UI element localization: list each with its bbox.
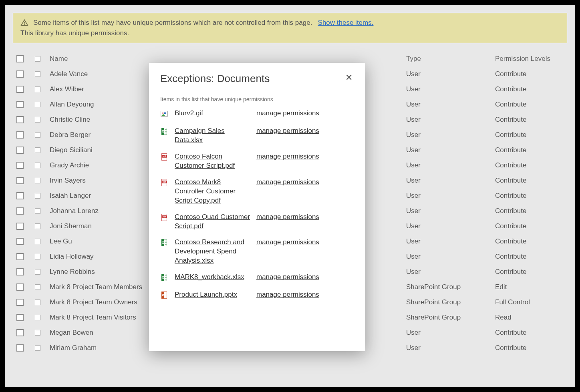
exceptions-modal: Exceptions: Documents ✕ Items in this li… <box>149 63 365 351</box>
row-perm: Contribute <box>495 101 567 109</box>
row-type: User <box>406 116 490 124</box>
row-sub-checkbox[interactable] <box>35 330 40 336</box>
manage-permissions-link[interactable]: manage permissions <box>256 152 319 161</box>
row-checkbox[interactable] <box>16 86 24 93</box>
row-sub-checkbox[interactable] <box>35 345 40 351</box>
row-sub-checkbox[interactable] <box>35 132 40 138</box>
row-sub-checkbox[interactable] <box>35 71 40 77</box>
row-sub-checkbox[interactable] <box>35 102 40 107</box>
manage-permissions-link[interactable]: manage permissions <box>256 213 319 222</box>
svg-text:pdf: pdf <box>163 215 166 218</box>
row-sub-checkbox[interactable] <box>35 117 40 123</box>
row-sub-checkbox[interactable] <box>35 254 40 259</box>
row-type: User <box>406 253 490 261</box>
row-checkbox[interactable] <box>16 329 24 336</box>
row-sub-checkbox[interactable] <box>35 300 40 305</box>
manage-permissions-link[interactable]: manage permissions <box>256 178 319 187</box>
svg-text:X: X <box>162 241 164 245</box>
exception-file-link[interactable]: Contoso Research and Development Spend A… <box>175 238 251 265</box>
row-type: User <box>406 101 490 109</box>
exception-file-link[interactable]: MARK8_workback.xlsx <box>175 273 251 282</box>
row-checkbox[interactable] <box>16 223 24 230</box>
image-file-icon <box>160 109 169 119</box>
row-checkbox[interactable] <box>16 238 24 245</box>
header-perm[interactable]: Permission Levels <box>495 55 567 63</box>
row-perm: Contribute <box>495 268 567 276</box>
svg-text:X: X <box>162 129 164 133</box>
row-perm: Contribute <box>495 222 567 230</box>
row-sub-checkbox[interactable] <box>35 223 40 229</box>
row-checkbox[interactable] <box>16 147 24 154</box>
manage-permissions-link[interactable]: manage permissions <box>256 109 319 118</box>
row-checkbox[interactable] <box>16 70 24 78</box>
svg-text:pdf: pdf <box>163 181 166 183</box>
notice-subtext: This library has unique permissions. <box>20 29 560 37</box>
row-checkbox[interactable] <box>16 344 24 352</box>
row-perm: Contribute <box>495 177 567 185</box>
exception-file-link[interactable]: Contoso Falcon Customer Script.pdf <box>175 152 251 171</box>
row-sub-checkbox[interactable] <box>35 239 40 244</box>
exception-item: PProduct Launch.pptxmanage permissions <box>160 290 354 301</box>
svg-text:X: X <box>162 276 164 280</box>
row-checkbox[interactable] <box>16 131 24 139</box>
exception-file-link[interactable]: Contoso Quad Customer Script.pdf <box>175 213 251 231</box>
row-type: SharePoint Group <box>406 314 490 322</box>
row-sub-checkbox[interactable] <box>35 193 40 199</box>
header-name[interactable]: Name <box>48 55 401 63</box>
exception-item: XContoso Research and Development Spend … <box>160 238 354 265</box>
row-sub-checkbox[interactable] <box>35 269 40 275</box>
row-perm: Contribute <box>495 161 567 169</box>
row-perm: Read <box>495 314 567 322</box>
header-sub-checkbox[interactable] <box>35 56 40 62</box>
row-sub-checkbox[interactable] <box>35 147 40 153</box>
manage-permissions-link[interactable]: manage permissions <box>256 127 319 136</box>
pptx-file-icon: P <box>160 290 169 301</box>
select-all-checkbox[interactable] <box>16 55 24 62</box>
row-perm: Contribute <box>495 237 567 245</box>
exception-item: pdfContoso Quad Customer Script.pdfmanag… <box>160 213 354 231</box>
close-icon[interactable]: ✕ <box>344 72 354 83</box>
row-checkbox[interactable] <box>16 177 24 184</box>
row-sub-checkbox[interactable] <box>35 86 40 92</box>
row-checkbox[interactable] <box>16 299 24 306</box>
exception-item: Blurv2.gifmanage permissions <box>160 109 354 119</box>
row-checkbox[interactable] <box>16 116 24 123</box>
row-sub-checkbox[interactable] <box>35 163 40 168</box>
svg-rect-4 <box>164 113 166 114</box>
exception-file-link[interactable]: Contoso Mark8 Controller Customer Script… <box>175 178 251 205</box>
row-checkbox[interactable] <box>16 162 24 169</box>
permissions-notice: Some items of this list may have unique … <box>13 13 567 43</box>
row-checkbox[interactable] <box>16 253 24 260</box>
exception-item: XMARK8_workback.xlsxmanage permissions <box>160 273 354 283</box>
row-sub-checkbox[interactable] <box>35 208 40 214</box>
row-checkbox[interactable] <box>16 192 24 199</box>
notice-text: Some items of this list may have unique … <box>33 19 312 26</box>
pdf-file-icon: pdf <box>160 152 169 163</box>
exception-file-link[interactable]: Campaign Sales Data.xlsx <box>175 127 251 145</box>
row-checkbox[interactable] <box>16 101 24 108</box>
row-sub-checkbox[interactable] <box>35 315 40 320</box>
header-type[interactable]: Type <box>406 55 490 63</box>
row-checkbox[interactable] <box>16 314 24 321</box>
row-type: User <box>406 85 490 93</box>
row-perm: Contribute <box>495 192 567 200</box>
svg-point-1 <box>24 24 25 25</box>
row-checkbox[interactable] <box>16 268 24 275</box>
row-checkbox[interactable] <box>16 207 24 215</box>
svg-text:pdf: pdf <box>163 155 166 157</box>
manage-permissions-link[interactable]: manage permissions <box>256 273 319 282</box>
row-type: SharePoint Group <box>406 298 490 306</box>
row-perm: Contribute <box>495 146 567 154</box>
warning-icon <box>20 19 28 27</box>
row-type: User <box>406 70 490 78</box>
row-checkbox[interactable] <box>16 283 24 291</box>
exception-file-link[interactable]: Product Launch.pptx <box>175 290 251 300</box>
manage-permissions-link[interactable]: manage permissions <box>256 238 319 247</box>
manage-permissions-link[interactable]: manage permissions <box>256 290 319 300</box>
row-sub-checkbox[interactable] <box>35 284 40 290</box>
xlsx-file-icon: X <box>160 127 169 137</box>
exception-file-link[interactable]: Blurv2.gif <box>175 109 251 118</box>
show-items-link[interactable]: Show these items. <box>318 19 374 26</box>
row-sub-checkbox[interactable] <box>35 178 40 183</box>
row-perm: Full Control <box>495 298 567 306</box>
